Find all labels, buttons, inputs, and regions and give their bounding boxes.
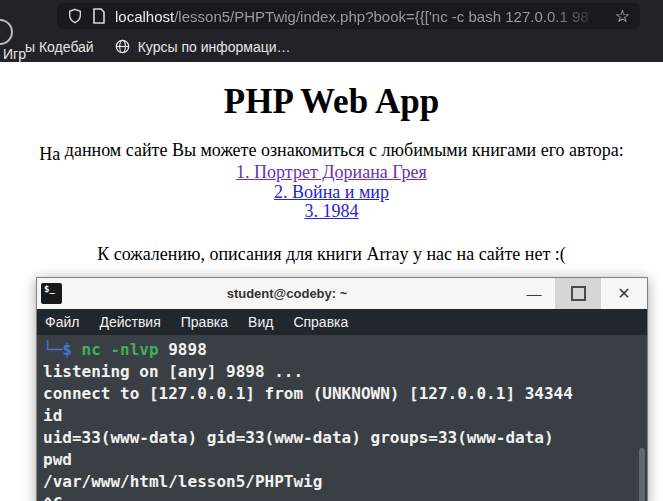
book-link[interactable]: 2. Война и мир	[0, 183, 663, 203]
menu-item[interactable]: Справка	[293, 314, 348, 330]
globe-icon	[115, 39, 130, 54]
bookmark-item-courses[interactable]: Курсы по информаци…	[115, 39, 291, 55]
book-link[interactable]: 1. Портрет Дориана Грея	[0, 163, 663, 183]
terminal-window: $_ student@codeby: ~ — ✕ ФайлДействияПра…	[36, 277, 648, 501]
window-controls: — ✕	[513, 278, 647, 309]
screen: localhost/lesson5/PHPTwig/index.php?book…	[0, 0, 663, 501]
browser-toolbar: localhost/lesson5/PHPTwig/index.php?book…	[0, 0, 663, 62]
bookmarks-bar: Игр ы Кодебай Курсы по информаци…	[0, 31, 663, 62]
terminal-line: connect to [127.0.0.1] from (UNKNOWN) [1…	[43, 383, 647, 405]
terminal-window-title: student@codeby: ~	[67, 286, 507, 301]
shield-icon[interactable]	[67, 8, 83, 24]
maximize-button[interactable]	[555, 278, 601, 309]
book-links: 1. Портрет Дориана Грея2. Война и мир3. …	[0, 163, 663, 222]
terminal-menubar: ФайлДействияПравкаВидСправка	[37, 309, 647, 335]
no-description-message: К сожалению, описания для книги Array у …	[0, 244, 663, 265]
terminal-line: ^C	[43, 493, 647, 501]
terminal-titlebar[interactable]: $_ student@codeby: ~ — ✕	[37, 278, 647, 309]
terminal-line: pwd	[43, 449, 647, 471]
bookmark-label: Курсы по информаци…	[138, 39, 291, 55]
intro-first-word: На	[39, 144, 60, 165]
terminal-line: id	[43, 405, 647, 427]
bookmark-star-icon[interactable]: ☆	[615, 8, 630, 25]
bookmark-label-fragment: Игр	[3, 46, 26, 62]
page-icon[interactable]	[92, 8, 106, 24]
page-title: PHP Web App	[0, 82, 663, 122]
minimize-button[interactable]: —	[513, 278, 555, 309]
maximize-icon	[571, 286, 586, 301]
terminal-line: /var/www/html/lesson5/PHPTwig	[43, 471, 647, 493]
terminal-line: listening on [any] 9898 ...	[43, 361, 647, 383]
menu-item[interactable]: Правка	[181, 314, 228, 330]
bookmark-item-codeby[interactable]: ы Кодебай	[25, 39, 94, 55]
menu-item[interactable]: Файл	[45, 314, 79, 330]
book-link[interactable]: 3. 1984	[0, 202, 663, 222]
terminal-output[interactable]: └─$ nc -nlvp 9898listening on [any] 9898…	[37, 335, 647, 501]
terminal-line: └─$ nc -nlvp 9898	[43, 339, 647, 361]
address-bar[interactable]: localhost/lesson5/PHPTwig/index.php?book…	[57, 3, 640, 29]
terminal-scrollbar-thumb[interactable]	[639, 448, 645, 501]
menu-item[interactable]: Вид	[248, 314, 273, 330]
url-path: /lesson5/PHPTwig/index.php?book={{['nc -…	[174, 8, 588, 25]
terminal-app-icon: $_	[41, 283, 62, 304]
intro-rest: данном сайте Вы можете ознакомиться с лю…	[60, 140, 624, 160]
close-button[interactable]: ✕	[601, 278, 647, 309]
intro-text: На данном сайте Вы можете ознакомиться с…	[0, 140, 663, 161]
url-input[interactable]: localhost/lesson5/PHPTwig/index.php?book…	[115, 8, 606, 25]
menu-item[interactable]: Действия	[99, 314, 160, 330]
terminal-line: uid=33(www-data) gid=33(www-data) groups…	[43, 427, 647, 449]
url-host: localhost	[115, 8, 174, 25]
